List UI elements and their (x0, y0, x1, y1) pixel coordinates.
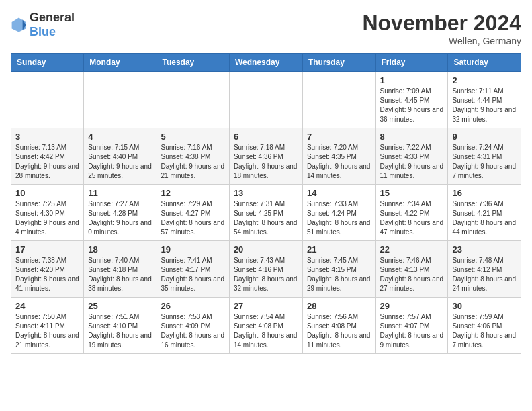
day-info: Sunrise: 7:54 AMSunset: 4:08 PMDaylight:… (234, 312, 298, 350)
calendar-cell: 19Sunrise: 7:41 AMSunset: 4:17 PMDayligh… (157, 241, 229, 298)
day-number: 12 (161, 188, 225, 198)
calendar-cell: 29Sunrise: 7:57 AMSunset: 4:07 PMDayligh… (375, 298, 448, 354)
day-info: Sunrise: 7:15 AMSunset: 4:40 PMDaylight:… (88, 143, 152, 181)
calendar-cell: 12Sunrise: 7:29 AMSunset: 4:27 PMDayligh… (157, 185, 229, 241)
day-number: 15 (380, 188, 444, 198)
weekday-header: Saturday (448, 54, 521, 72)
day-number: 21 (307, 244, 371, 255)
day-number: 25 (88, 301, 152, 311)
calendar-body: 1Sunrise: 7:09 AMSunset: 4:45 PMDaylight… (11, 72, 521, 354)
calendar-cell (302, 72, 375, 128)
calendar-cell: 9Sunrise: 7:24 AMSunset: 4:31 PMDaylight… (448, 128, 521, 185)
day-number: 14 (307, 188, 371, 198)
day-info: Sunrise: 7:24 AMSunset: 4:31 PMDaylight:… (452, 143, 517, 181)
weekday-header: Friday (375, 54, 448, 72)
calendar-cell: 11Sunrise: 7:27 AMSunset: 4:28 PMDayligh… (84, 185, 157, 241)
location: Wellen, Germany (362, 36, 521, 46)
day-info: Sunrise: 7:41 AMSunset: 4:17 PMDaylight:… (161, 256, 225, 293)
weekday-header: Monday (84, 54, 157, 72)
day-number: 17 (15, 244, 79, 255)
day-info: Sunrise: 7:34 AMSunset: 4:22 PMDaylight:… (380, 199, 444, 237)
calendar-cell: 24Sunrise: 7:50 AMSunset: 4:11 PMDayligh… (11, 298, 84, 354)
day-info: Sunrise: 7:51 AMSunset: 4:10 PMDaylight:… (88, 312, 152, 350)
day-number: 13 (234, 188, 298, 198)
weekday-header: Thursday (302, 54, 375, 72)
day-number: 22 (380, 244, 444, 255)
page-header: General Blue November 2024 Wellen, Germa… (11, 11, 521, 46)
weekday-header: Wednesday (229, 54, 302, 72)
calendar-cell (229, 72, 302, 128)
day-number: 18 (88, 244, 152, 255)
month-title: November 2024 (362, 11, 521, 36)
day-info: Sunrise: 7:13 AMSunset: 4:42 PMDaylight:… (15, 143, 79, 181)
day-info: Sunrise: 7:29 AMSunset: 4:27 PMDaylight:… (161, 199, 225, 237)
day-info: Sunrise: 7:09 AMSunset: 4:45 PMDaylight:… (380, 87, 444, 124)
calendar-cell: 28Sunrise: 7:56 AMSunset: 4:08 PMDayligh… (302, 298, 375, 354)
day-info: Sunrise: 7:27 AMSunset: 4:28 PMDaylight:… (88, 199, 152, 237)
logo: General Blue (11, 11, 75, 39)
calendar-cell: 5Sunrise: 7:16 AMSunset: 4:38 PMDaylight… (157, 128, 229, 185)
day-info: Sunrise: 7:46 AMSunset: 4:13 PMDaylight:… (380, 256, 444, 293)
day-number: 24 (15, 301, 79, 311)
day-info: Sunrise: 7:48 AMSunset: 4:12 PMDaylight:… (452, 256, 517, 293)
day-number: 28 (307, 301, 371, 311)
day-number: 26 (161, 301, 225, 311)
day-number: 1 (380, 75, 444, 85)
day-info: Sunrise: 7:38 AMSunset: 4:20 PMDaylight:… (15, 256, 79, 293)
day-info: Sunrise: 7:45 AMSunset: 4:15 PMDaylight:… (307, 256, 371, 293)
calendar-cell (157, 72, 229, 128)
day-info: Sunrise: 7:31 AMSunset: 4:25 PMDaylight:… (234, 199, 298, 237)
day-number: 16 (452, 188, 517, 198)
day-number: 23 (452, 244, 517, 255)
day-info: Sunrise: 7:53 AMSunset: 4:09 PMDaylight:… (161, 312, 225, 350)
calendar-week-row: 1Sunrise: 7:09 AMSunset: 4:45 PMDaylight… (11, 72, 521, 128)
calendar-cell: 13Sunrise: 7:31 AMSunset: 4:25 PMDayligh… (229, 185, 302, 241)
day-info: Sunrise: 7:33 AMSunset: 4:24 PMDaylight:… (307, 199, 371, 237)
calendar-header: SundayMondayTuesdayWednesdayThursdayFrid… (11, 54, 521, 72)
calendar-cell: 18Sunrise: 7:40 AMSunset: 4:18 PMDayligh… (84, 241, 157, 298)
calendar-cell: 30Sunrise: 7:59 AMSunset: 4:06 PMDayligh… (448, 298, 521, 354)
calendar-cell (84, 72, 157, 128)
calendar-cell: 21Sunrise: 7:45 AMSunset: 4:15 PMDayligh… (302, 241, 375, 298)
day-number: 27 (234, 301, 298, 311)
calendar-week-row: 17Sunrise: 7:38 AMSunset: 4:20 PMDayligh… (11, 241, 521, 298)
day-info: Sunrise: 7:18 AMSunset: 4:36 PMDaylight:… (234, 143, 298, 181)
day-info: Sunrise: 7:36 AMSunset: 4:21 PMDaylight:… (452, 199, 517, 237)
calendar-cell: 15Sunrise: 7:34 AMSunset: 4:22 PMDayligh… (375, 185, 448, 241)
day-number: 8 (380, 132, 444, 142)
day-info: Sunrise: 7:22 AMSunset: 4:33 PMDaylight:… (380, 143, 444, 181)
day-info: Sunrise: 7:56 AMSunset: 4:08 PMDaylight:… (307, 312, 371, 350)
calendar-cell: 6Sunrise: 7:18 AMSunset: 4:36 PMDaylight… (229, 128, 302, 185)
logo-text: General Blue (30, 11, 75, 39)
calendar-week-row: 3Sunrise: 7:13 AMSunset: 4:42 PMDaylight… (11, 128, 521, 185)
day-info: Sunrise: 7:40 AMSunset: 4:18 PMDaylight:… (88, 256, 152, 293)
day-info: Sunrise: 7:43 AMSunset: 4:16 PMDaylight:… (234, 256, 298, 293)
calendar-cell: 26Sunrise: 7:53 AMSunset: 4:09 PMDayligh… (157, 298, 229, 354)
day-info: Sunrise: 7:25 AMSunset: 4:30 PMDaylight:… (15, 199, 79, 237)
day-number: 20 (234, 244, 298, 255)
calendar-cell: 23Sunrise: 7:48 AMSunset: 4:12 PMDayligh… (448, 241, 521, 298)
day-info: Sunrise: 7:57 AMSunset: 4:07 PMDaylight:… (380, 312, 444, 350)
calendar-cell: 14Sunrise: 7:33 AMSunset: 4:24 PMDayligh… (302, 185, 375, 241)
day-info: Sunrise: 7:50 AMSunset: 4:11 PMDaylight:… (15, 312, 79, 350)
calendar-cell: 4Sunrise: 7:15 AMSunset: 4:40 PMDaylight… (84, 128, 157, 185)
calendar-cell: 27Sunrise: 7:54 AMSunset: 4:08 PMDayligh… (229, 298, 302, 354)
calendar-cell: 1Sunrise: 7:09 AMSunset: 4:45 PMDaylight… (375, 72, 448, 128)
calendar-week-row: 10Sunrise: 7:25 AMSunset: 4:30 PMDayligh… (11, 185, 521, 241)
day-number: 30 (452, 301, 517, 311)
calendar-week-row: 24Sunrise: 7:50 AMSunset: 4:11 PMDayligh… (11, 298, 521, 354)
day-number: 3 (15, 132, 79, 142)
day-info: Sunrise: 7:20 AMSunset: 4:35 PMDaylight:… (307, 143, 371, 181)
day-number: 29 (380, 301, 444, 311)
day-info: Sunrise: 7:16 AMSunset: 4:38 PMDaylight:… (161, 143, 225, 181)
calendar-cell: 20Sunrise: 7:43 AMSunset: 4:16 PMDayligh… (229, 241, 302, 298)
day-number: 2 (452, 75, 517, 85)
calendar-cell (11, 72, 84, 128)
day-number: 6 (234, 132, 298, 142)
calendar-cell: 2Sunrise: 7:11 AMSunset: 4:44 PMDaylight… (448, 72, 521, 128)
calendar-cell: 8Sunrise: 7:22 AMSunset: 4:33 PMDaylight… (375, 128, 448, 185)
day-number: 9 (452, 132, 517, 142)
calendar-cell: 17Sunrise: 7:38 AMSunset: 4:20 PMDayligh… (11, 241, 84, 298)
calendar-table: SundayMondayTuesdayWednesdayThursdayFrid… (11, 53, 521, 354)
logo-general: General (30, 11, 75, 24)
